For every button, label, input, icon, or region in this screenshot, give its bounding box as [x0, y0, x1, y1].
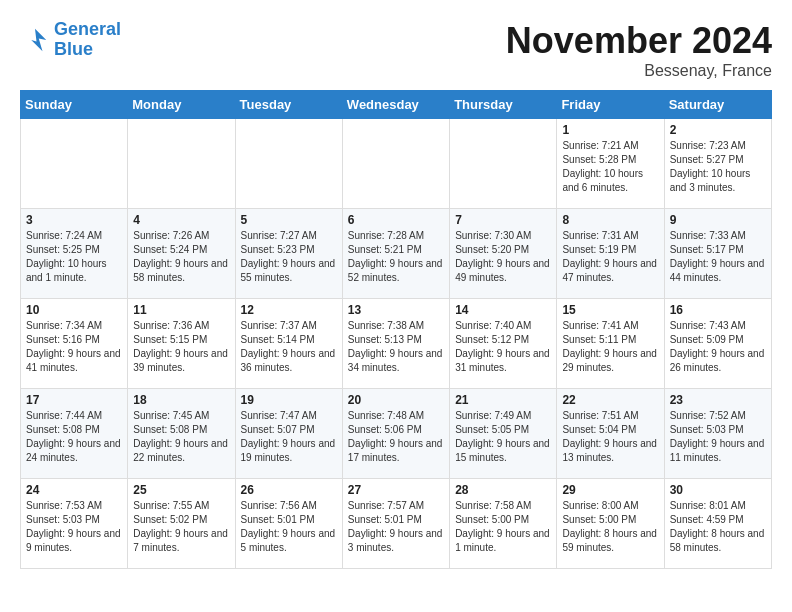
day-info: Sunrise: 7:33 AMSunset: 5:17 PMDaylight:… [670, 229, 766, 285]
day-info: Sunrise: 7:26 AMSunset: 5:24 PMDaylight:… [133, 229, 229, 285]
calendar-day-cell: 3Sunrise: 7:24 AMSunset: 5:25 PMDaylight… [21, 209, 128, 299]
calendar-day-cell: 11Sunrise: 7:36 AMSunset: 5:15 PMDayligh… [128, 299, 235, 389]
calendar-header-cell: Saturday [664, 91, 771, 119]
day-number: 6 [348, 213, 444, 227]
calendar-day-cell: 21Sunrise: 7:49 AMSunset: 5:05 PMDayligh… [450, 389, 557, 479]
day-info: Sunrise: 7:51 AMSunset: 5:04 PMDaylight:… [562, 409, 658, 465]
day-info: Sunrise: 7:57 AMSunset: 5:01 PMDaylight:… [348, 499, 444, 555]
page-header: General Blue November 2024 Bessenay, Fra… [20, 20, 772, 80]
calendar-day-cell: 25Sunrise: 7:55 AMSunset: 5:02 PMDayligh… [128, 479, 235, 569]
logo-line1: General [54, 19, 121, 39]
day-number: 27 [348, 483, 444, 497]
day-info: Sunrise: 8:01 AMSunset: 4:59 PMDaylight:… [670, 499, 766, 555]
calendar-day-cell [235, 119, 342, 209]
day-number: 25 [133, 483, 229, 497]
calendar-header-cell: Monday [128, 91, 235, 119]
calendar-header-cell: Wednesday [342, 91, 449, 119]
day-info: Sunrise: 7:45 AMSunset: 5:08 PMDaylight:… [133, 409, 229, 465]
calendar-day-cell: 4Sunrise: 7:26 AMSunset: 5:24 PMDaylight… [128, 209, 235, 299]
logo: General Blue [20, 20, 121, 60]
calendar-table: SundayMondayTuesdayWednesdayThursdayFrid… [20, 90, 772, 569]
day-info: Sunrise: 7:36 AMSunset: 5:15 PMDaylight:… [133, 319, 229, 375]
day-info: Sunrise: 7:47 AMSunset: 5:07 PMDaylight:… [241, 409, 337, 465]
day-info: Sunrise: 7:40 AMSunset: 5:12 PMDaylight:… [455, 319, 551, 375]
calendar-day-cell: 16Sunrise: 7:43 AMSunset: 5:09 PMDayligh… [664, 299, 771, 389]
day-info: Sunrise: 7:24 AMSunset: 5:25 PMDaylight:… [26, 229, 122, 285]
day-number: 19 [241, 393, 337, 407]
day-number: 9 [670, 213, 766, 227]
calendar-day-cell: 7Sunrise: 7:30 AMSunset: 5:20 PMDaylight… [450, 209, 557, 299]
calendar-day-cell: 26Sunrise: 7:56 AMSunset: 5:01 PMDayligh… [235, 479, 342, 569]
calendar-day-cell [342, 119, 449, 209]
calendar-day-cell: 28Sunrise: 7:58 AMSunset: 5:00 PMDayligh… [450, 479, 557, 569]
calendar-day-cell: 2Sunrise: 7:23 AMSunset: 5:27 PMDaylight… [664, 119, 771, 209]
day-number: 12 [241, 303, 337, 317]
calendar-day-cell: 20Sunrise: 7:48 AMSunset: 5:06 PMDayligh… [342, 389, 449, 479]
day-info: Sunrise: 7:30 AMSunset: 5:20 PMDaylight:… [455, 229, 551, 285]
calendar-day-cell: 6Sunrise: 7:28 AMSunset: 5:21 PMDaylight… [342, 209, 449, 299]
day-number: 26 [241, 483, 337, 497]
calendar-day-cell: 24Sunrise: 7:53 AMSunset: 5:03 PMDayligh… [21, 479, 128, 569]
calendar-header-cell: Friday [557, 91, 664, 119]
logo-text: General Blue [54, 20, 121, 60]
day-info: Sunrise: 7:52 AMSunset: 5:03 PMDaylight:… [670, 409, 766, 465]
calendar-day-cell: 12Sunrise: 7:37 AMSunset: 5:14 PMDayligh… [235, 299, 342, 389]
calendar-day-cell: 29Sunrise: 8:00 AMSunset: 5:00 PMDayligh… [557, 479, 664, 569]
day-info: Sunrise: 7:53 AMSunset: 5:03 PMDaylight:… [26, 499, 122, 555]
calendar-day-cell: 9Sunrise: 7:33 AMSunset: 5:17 PMDaylight… [664, 209, 771, 299]
calendar-day-cell: 5Sunrise: 7:27 AMSunset: 5:23 PMDaylight… [235, 209, 342, 299]
calendar-header-cell: Sunday [21, 91, 128, 119]
day-info: Sunrise: 7:31 AMSunset: 5:19 PMDaylight:… [562, 229, 658, 285]
day-info: Sunrise: 7:56 AMSunset: 5:01 PMDaylight:… [241, 499, 337, 555]
day-number: 17 [26, 393, 122, 407]
calendar-day-cell: 8Sunrise: 7:31 AMSunset: 5:19 PMDaylight… [557, 209, 664, 299]
day-info: Sunrise: 7:48 AMSunset: 5:06 PMDaylight:… [348, 409, 444, 465]
calendar-day-cell: 27Sunrise: 7:57 AMSunset: 5:01 PMDayligh… [342, 479, 449, 569]
calendar-header-cell: Thursday [450, 91, 557, 119]
calendar-day-cell: 15Sunrise: 7:41 AMSunset: 5:11 PMDayligh… [557, 299, 664, 389]
calendar-week-row: 24Sunrise: 7:53 AMSunset: 5:03 PMDayligh… [21, 479, 772, 569]
calendar-day-cell: 10Sunrise: 7:34 AMSunset: 5:16 PMDayligh… [21, 299, 128, 389]
calendar-day-cell [21, 119, 128, 209]
page-title: November 2024 [506, 20, 772, 62]
day-info: Sunrise: 7:44 AMSunset: 5:08 PMDaylight:… [26, 409, 122, 465]
day-number: 23 [670, 393, 766, 407]
calendar-day-cell: 14Sunrise: 7:40 AMSunset: 5:12 PMDayligh… [450, 299, 557, 389]
day-info: Sunrise: 7:58 AMSunset: 5:00 PMDaylight:… [455, 499, 551, 555]
day-number: 16 [670, 303, 766, 317]
day-info: Sunrise: 7:27 AMSunset: 5:23 PMDaylight:… [241, 229, 337, 285]
day-number: 18 [133, 393, 229, 407]
day-number: 14 [455, 303, 551, 317]
day-number: 20 [348, 393, 444, 407]
day-number: 24 [26, 483, 122, 497]
calendar-day-cell [450, 119, 557, 209]
day-number: 10 [26, 303, 122, 317]
day-info: Sunrise: 7:41 AMSunset: 5:11 PMDaylight:… [562, 319, 658, 375]
day-number: 7 [455, 213, 551, 227]
day-number: 15 [562, 303, 658, 317]
day-info: Sunrise: 8:00 AMSunset: 5:00 PMDaylight:… [562, 499, 658, 555]
day-number: 3 [26, 213, 122, 227]
calendar-day-cell: 18Sunrise: 7:45 AMSunset: 5:08 PMDayligh… [128, 389, 235, 479]
day-number: 8 [562, 213, 658, 227]
day-number: 22 [562, 393, 658, 407]
calendar-day-cell: 17Sunrise: 7:44 AMSunset: 5:08 PMDayligh… [21, 389, 128, 479]
title-block: November 2024 Bessenay, France [506, 20, 772, 80]
day-info: Sunrise: 7:21 AMSunset: 5:28 PMDaylight:… [562, 139, 658, 195]
calendar-week-row: 1Sunrise: 7:21 AMSunset: 5:28 PMDaylight… [21, 119, 772, 209]
day-number: 5 [241, 213, 337, 227]
calendar-day-cell: 13Sunrise: 7:38 AMSunset: 5:13 PMDayligh… [342, 299, 449, 389]
day-info: Sunrise: 7:37 AMSunset: 5:14 PMDaylight:… [241, 319, 337, 375]
day-info: Sunrise: 7:38 AMSunset: 5:13 PMDaylight:… [348, 319, 444, 375]
calendar-body: 1Sunrise: 7:21 AMSunset: 5:28 PMDaylight… [21, 119, 772, 569]
day-info: Sunrise: 7:43 AMSunset: 5:09 PMDaylight:… [670, 319, 766, 375]
calendar-header-row: SundayMondayTuesdayWednesdayThursdayFrid… [21, 91, 772, 119]
day-info: Sunrise: 7:23 AMSunset: 5:27 PMDaylight:… [670, 139, 766, 195]
calendar-week-row: 3Sunrise: 7:24 AMSunset: 5:25 PMDaylight… [21, 209, 772, 299]
logo-line2: Blue [54, 39, 93, 59]
day-info: Sunrise: 7:28 AMSunset: 5:21 PMDaylight:… [348, 229, 444, 285]
page-subtitle: Bessenay, France [506, 62, 772, 80]
day-number: 29 [562, 483, 658, 497]
day-number: 13 [348, 303, 444, 317]
calendar-day-cell: 30Sunrise: 8:01 AMSunset: 4:59 PMDayligh… [664, 479, 771, 569]
